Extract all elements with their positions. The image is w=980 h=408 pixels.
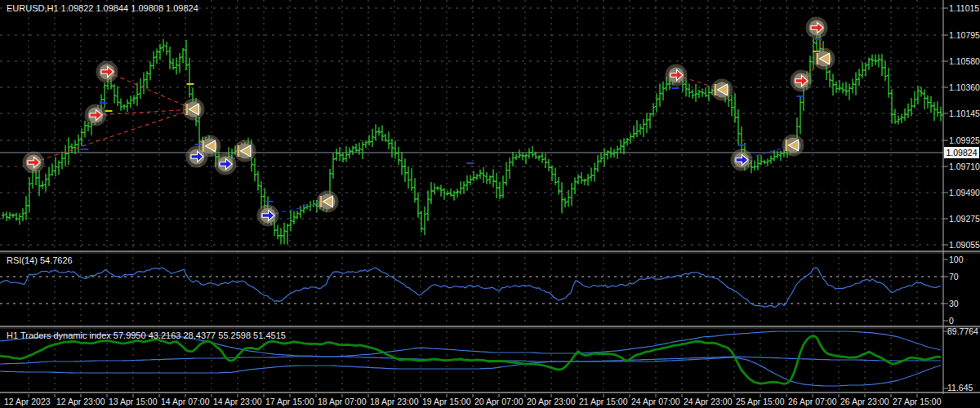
trade-exit-arrow-icon[interactable] [183,99,205,121]
order-tick-blue [100,102,107,104]
rsi-scale-label: 30 [949,299,959,308]
sell-entry-arrow-icon[interactable] [96,61,118,83]
price-bars [2,27,942,245]
tdi-scale-bottom: 11.645 [947,383,973,392]
time-label: 25 Apr 15:00 [736,397,785,406]
time-label: 24 Apr 23:00 [684,397,733,406]
order-tick-yellow [187,83,194,85]
time-label: 14 Apr 07:00 [161,397,210,406]
time-label: 14 Apr 23:00 [213,397,262,406]
rsi-scale-label: 100 [949,255,964,264]
buy-entry-arrow-icon[interactable] [257,205,279,227]
sell-entry-arrow-icon[interactable] [666,64,688,86]
rsi-line [0,268,941,308]
order-tick-blue [738,144,746,146]
time-label: 21 Apr 15:00 [579,397,628,406]
price-label: 1.09055 [949,240,980,250]
sell-entry-arrow-icon[interactable] [806,17,828,39]
time-label: 13 Apr 15:00 [109,397,158,406]
tdi-scale-top: 89.7764 [947,326,978,336]
order-tick-blue [82,149,89,150]
buy-entry-arrow-icon[interactable] [215,153,237,175]
price-label: 1.09710 [949,162,980,171]
trade-exit-arrow-icon[interactable] [199,135,221,157]
price-label: 1.09925 [949,135,980,145]
order-tick-blue [797,95,804,97]
order-tick-blue [672,87,679,89]
time-label: 17 Apr 15:00 [265,397,314,406]
order-tick-blue [266,201,274,202]
time-label: 12 Apr 2023 [4,397,51,406]
price-label: 1.10360 [949,82,980,92]
sell-entry-arrow-icon[interactable] [791,70,813,92]
sell-entry-arrow-icon[interactable] [85,104,107,126]
price-label: 1.09275 [949,214,980,224]
price-label: 1.09490 [949,188,980,197]
price-label: 1.10145 [949,109,980,118]
order-tick-blue [467,162,474,164]
price-label: 1.11015 [949,3,979,13]
bid-price-box: 1.09824 [944,147,979,158]
time-label: 18 Apr 23:00 [370,397,419,406]
rsi-scale-label: 70 [949,272,959,282]
trade-exit-arrow-icon[interactable] [782,135,804,157]
trade-exit-arrow-icon[interactable] [234,140,256,162]
buy-entry-arrow-icon[interactable] [731,149,753,171]
chart-canvas[interactable] [0,0,980,408]
time-label: 18 Apr 07:00 [318,397,367,406]
trade-exit-arrow-icon[interactable] [813,48,835,70]
sell-entry-arrow-icon[interactable] [23,152,45,174]
time-label: 24 Apr 07:00 [631,397,680,406]
tdi-lower-band-line [0,357,941,386]
trade-exit-arrow-icon[interactable] [317,191,339,213]
sell-trade-line [33,109,194,162]
rsi-scale-label: 0 [949,316,954,326]
price-label: 1.10580 [949,56,980,66]
time-label: 27 Apr 15:00 [893,397,942,406]
time-label: 20 Apr 07:00 [474,397,523,406]
time-label: 26 Apr 23:00 [840,397,889,406]
time-label: 19 Apr 15:00 [422,397,471,406]
trade-exit-arrow-icon[interactable] [711,79,733,101]
order-tick-yellow [105,110,113,112]
mt4-chart-window: EURUSD,H1 1.09822 1.09844 1.09808 1.0982… [0,0,980,408]
time-label: 26 Apr 07:00 [788,397,837,406]
price-label: 1.10795 [949,30,980,40]
time-label: 12 Apr 23:00 [56,397,105,406]
time-label: 20 Apr 23:00 [527,397,576,406]
